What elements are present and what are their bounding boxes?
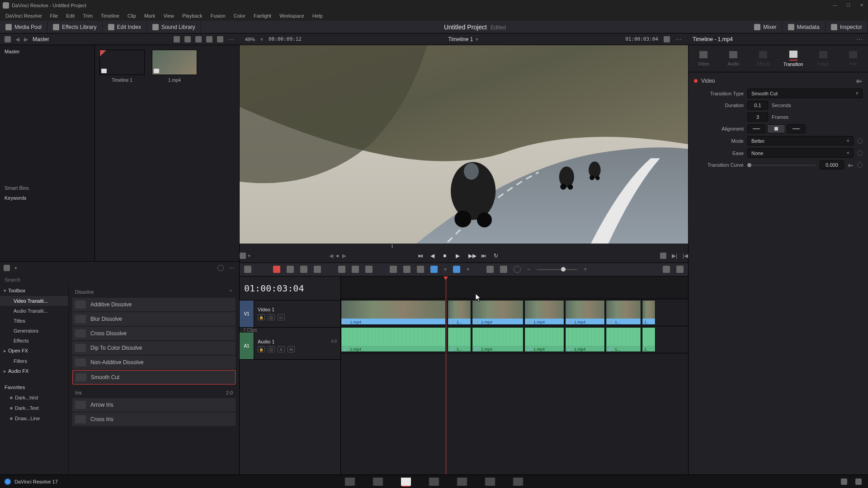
menu-fusion[interactable]: Fusion <box>207 13 229 19</box>
audio-clip-5[interactable]: 🔗1.mp4 <box>565 327 605 352</box>
video-clip-1[interactable]: 🔗1.mp4 <box>341 300 446 325</box>
inspector-tab-transition[interactable]: Transition <box>778 45 808 72</box>
fav-item-0[interactable]: ★ Dark...hird <box>0 393 68 403</box>
bin-view-icon[interactable] <box>5 36 11 42</box>
timeline-name[interactable]: Timeline 1 <box>448 36 473 42</box>
meter-icon[interactable] <box>676 266 684 273</box>
sort-icon[interactable] <box>217 36 223 42</box>
viewer-mode-icon[interactable] <box>240 253 246 259</box>
fx-tree-generators[interactable]: Generators <box>0 326 68 336</box>
next-frame-button[interactable]: ▶▶ <box>468 253 475 259</box>
video-clip-7[interactable]: 1. <box>642 300 656 325</box>
audio-clip-4[interactable]: 🔗1.mp4 <box>524 327 564 352</box>
menu-playback[interactable]: Playback <box>179 13 206 19</box>
play-button[interactable]: ▶ <box>456 253 462 259</box>
solo-icon[interactable]: S <box>278 346 285 352</box>
inspector-tab-video[interactable]: Video <box>689 45 718 72</box>
fx-cat-iris[interactable]: Iris2.0 <box>72 388 236 397</box>
page-fairlight[interactable] <box>485 478 495 486</box>
tree-master[interactable]: Master <box>0 47 94 56</box>
menu-edit[interactable]: Edit <box>62 13 78 19</box>
zoom-to-fit-icon[interactable] <box>486 266 494 273</box>
audio-clip-7[interactable]: 1. <box>642 327 656 352</box>
fx-tree-video-transitions[interactable]: Video Transiti... <box>0 296 68 306</box>
menu-color[interactable]: Color <box>230 13 249 19</box>
fx-dip-to-color[interactable]: Dip To Color Dissolve <box>72 341 236 355</box>
page-fusion[interactable] <box>429 478 439 486</box>
fx-tree-filters[interactable]: Filters <box>0 356 68 366</box>
edit-index-toggle[interactable]: Edit Index <box>103 21 147 33</box>
fx-tree-effects[interactable]: Effects <box>0 336 68 346</box>
menu-workspace[interactable]: Workspace <box>276 13 308 19</box>
fx-smooth-cut[interactable]: Smooth Cut <box>72 370 236 385</box>
match-frame-icon[interactable] <box>660 253 666 259</box>
overwrite-tool[interactable] <box>352 266 359 273</box>
fx-tree-audio-transitions[interactable]: Audio Transiti... <box>0 306 68 316</box>
maximize-button[interactable]: ☐ <box>846 3 852 8</box>
replace-tool[interactable] <box>365 266 373 273</box>
fx-cat-dissolve[interactable]: Dissolve⌃ <box>72 287 236 297</box>
v1-tag[interactable]: V1 <box>240 300 254 327</box>
lock-audio-icon[interactable]: 🔒 <box>258 346 265 352</box>
tree-keywords[interactable]: Keywords <box>0 193 94 202</box>
inspector-tab-image[interactable]: Image <box>808 45 838 72</box>
selection-tool[interactable] <box>273 266 280 273</box>
mode-dropdown[interactable]: Better▾ <box>747 136 854 145</box>
duration-frames-input[interactable]: 3 <box>747 113 768 122</box>
search-icon[interactable] <box>206 36 212 42</box>
stop-button[interactable]: ■ <box>443 253 449 259</box>
snapping-icon[interactable] <box>390 266 397 273</box>
inspector-more-icon[interactable]: ⋯ <box>856 36 863 43</box>
disable-track-icon[interactable]: ▭ <box>278 314 285 320</box>
custom-zoom-icon[interactable] <box>514 266 521 273</box>
video-track-row[interactable]: 🔗1.mp4 🔗1... 🔗1.mp4 🔗1.mp4 🔗1.mp4 🔗1... … <box>341 299 688 326</box>
close-button[interactable]: ✕ <box>860 3 865 8</box>
zoom-slider[interactable] <box>537 269 577 270</box>
insert-tool[interactable] <box>338 266 345 273</box>
fx-tree-titles[interactable]: Titles <box>0 316 68 326</box>
media-pool-toggle[interactable]: Media Pool <box>0 21 47 33</box>
reset-ease-icon[interactable] <box>857 150 863 156</box>
inspector-tab-effects[interactable]: Effects <box>748 45 778 72</box>
fx-arrow-iris[interactable]: Arrow Iris <box>72 398 236 412</box>
fav-item-2[interactable]: ★ Draw...Line <box>0 413 68 424</box>
mute-icon[interactable]: M <box>288 346 295 352</box>
page-edit[interactable] <box>401 478 411 486</box>
menu-file[interactable]: File <box>47 13 62 19</box>
home-icon[interactable] <box>841 479 847 485</box>
auto-select-audio-icon[interactable]: ◫ <box>268 346 275 352</box>
prev-frame-button[interactable]: ◀ <box>430 253 437 259</box>
fav-item-1[interactable]: ★ Dark...Text <box>0 403 68 413</box>
menu-help[interactable]: Help <box>309 13 326 19</box>
viewer-opt-icon[interactable] <box>664 36 670 42</box>
view-mode-2-icon[interactable] <box>184 36 191 42</box>
menu-davinci[interactable]: DaVinci Resolve <box>2 13 46 19</box>
video-clip-6[interactable]: 🔗1... <box>606 300 641 325</box>
menu-view[interactable]: View <box>160 13 178 19</box>
fx-more-icon[interactable]: ⋯ <box>228 264 236 272</box>
page-deliver[interactable] <box>513 478 523 486</box>
menu-trim[interactable]: Trim <box>79 13 96 19</box>
fx-cross-iris[interactable]: Cross Iris <box>72 413 236 426</box>
metadata-toggle[interactable]: Metadata <box>783 21 826 33</box>
first-frame-button[interactable]: ⏮ <box>418 253 424 259</box>
inspector-section-header[interactable]: Video ◆▸ <box>694 76 863 86</box>
fx-non-additive[interactable]: Non-Additive Dissolve <box>72 356 236 369</box>
ease-dropdown[interactable]: None▾ <box>747 148 854 158</box>
audio-clip-6[interactable]: 🔗1... <box>606 327 641 352</box>
align-start-button[interactable] <box>747 124 765 133</box>
viewer-scrub[interactable] <box>240 244 688 249</box>
page-color[interactable] <box>457 478 467 486</box>
program-viewer[interactable] <box>240 45 688 244</box>
align-end-button[interactable] <box>787 124 805 133</box>
lock-track-icon[interactable]: 🔒 <box>258 314 265 320</box>
a1-tag[interactable]: A1 <box>240 333 254 359</box>
video-clip-2[interactable]: 🔗1... <box>448 300 471 325</box>
mixer-toggle[interactable]: Mixer <box>749 21 782 33</box>
detail-zoom-icon[interactable] <box>500 266 507 273</box>
fx-tree-audiofx[interactable]: ▸Audio FX <box>0 366 68 376</box>
fx-panel-icon[interactable] <box>4 265 10 271</box>
transition-curve-value[interactable]: 0.000 <box>820 160 844 169</box>
fx-search-icon[interactable] <box>217 265 224 271</box>
fx-additive-dissolve[interactable]: Additive Dissolve <box>72 298 236 311</box>
